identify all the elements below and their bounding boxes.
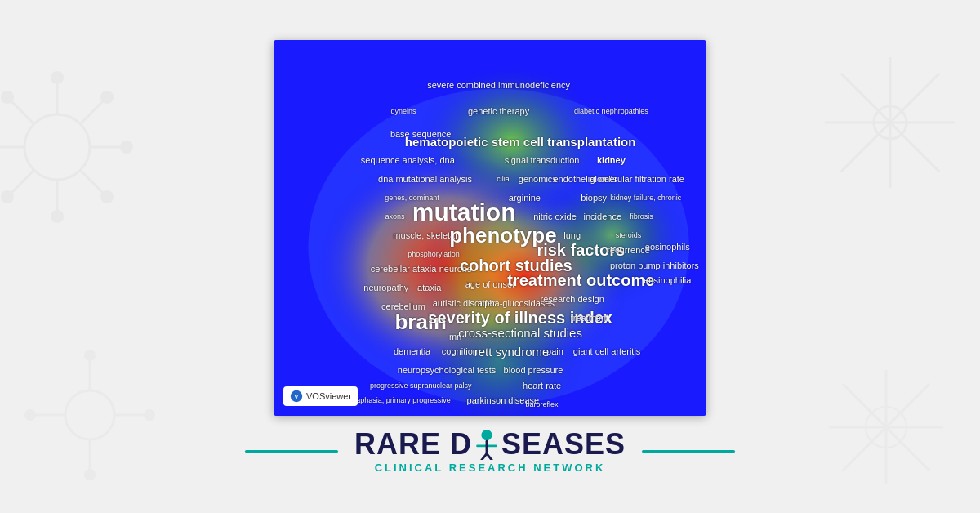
svg-point-21: [874, 106, 906, 139]
word-label: baroreflex: [526, 400, 559, 408]
vos-label: VOSviewer: [306, 391, 351, 401]
word-label: eosinophils: [645, 242, 690, 252]
word-label: giant cell arteritis: [573, 346, 641, 356]
word-label: sequence analysis, dna: [361, 155, 455, 165]
word-label: incidence: [584, 212, 621, 221]
branding-section: RARE D SEASES: [245, 429, 735, 474]
brand-title-part1: RARE D: [354, 430, 472, 459]
word-label: proton pump inhibitors: [610, 261, 699, 270]
word-label: dyneins: [390, 107, 416, 115]
word-label: dna mutational analysis: [378, 174, 472, 184]
word-label: cilia: [497, 175, 510, 183]
svg-point-12: [100, 91, 114, 104]
svg-line-49: [487, 453, 493, 460]
word-label: genetic therapy: [468, 106, 529, 116]
word-label: biopsy: [581, 193, 607, 203]
word-label: eosinophilia: [644, 275, 691, 285]
svg-point-30: [144, 409, 155, 421]
svg-line-11: [80, 101, 103, 124]
word-label: kidney: [597, 155, 626, 165]
word-label: ataxia: [417, 283, 441, 292]
vos-badge: V VOSviewer: [283, 386, 358, 406]
brand-line-right: [642, 450, 735, 453]
brand-line-left: [245, 450, 338, 453]
word-label: cross-sectional studies: [458, 326, 582, 340]
svg-point-8: [120, 141, 133, 154]
svg-point-22: [65, 390, 114, 439]
svg-point-4: [51, 210, 64, 223]
word-label: axons: [385, 212, 404, 221]
svg-line-9: [11, 101, 34, 124]
word-label: severe combined immunodeficiency: [427, 80, 570, 90]
person-icon: [474, 429, 500, 460]
word-label: glomerular filtration rate: [590, 174, 684, 184]
svg-point-10: [1, 91, 14, 104]
svg-point-16: [100, 190, 114, 203]
word-label: muscle, skeletal: [393, 230, 457, 240]
word-label: kidney failure, chronic: [610, 194, 681, 202]
word-label: heart rate: [523, 381, 561, 390]
vos-icon: V: [290, 390, 303, 403]
svg-line-33: [843, 384, 929, 471]
svg-line-19: [841, 74, 939, 172]
word-label: lung: [564, 230, 581, 240]
person-svg: [474, 429, 500, 460]
vosviewer-visualization: severe combined immunodeficiencydyneinsg…: [274, 40, 706, 416]
svg-text:V: V: [295, 393, 299, 400]
word-label: research design: [541, 294, 604, 304]
word-label: hematopoietic stem cell transplantation: [405, 134, 636, 148]
word-label: progressive supranuclear palsy: [370, 381, 472, 390]
word-label: dementia: [394, 346, 430, 356]
word-label: neuropathy: [363, 283, 408, 292]
word-label: steroids: [616, 231, 642, 239]
svg-point-2: [51, 71, 64, 84]
svg-point-14: [1, 190, 14, 203]
word-cloud: severe combined immunodeficiencydyneinsg…: [274, 40, 706, 416]
word-label: signal transduction: [505, 155, 580, 165]
word-label: fibrosis: [630, 212, 653, 221]
svg-line-20: [841, 74, 939, 172]
word-label: cognition: [442, 346, 478, 356]
svg-point-45: [481, 429, 492, 439]
brand-title-part2: SEASES: [501, 430, 626, 459]
content-wrapper: severe combined immunodeficiencydyneinsg…: [245, 40, 735, 474]
svg-point-35: [866, 407, 906, 448]
word-label: nitric oxide: [533, 212, 577, 221]
word-label: aphasia, primary progressive: [356, 396, 451, 404]
brand-text-container: RARE D SEASES: [338, 429, 642, 474]
brand-subtitle: CLINICAL RESEARCH NETWORK: [375, 462, 606, 474]
word-label: treatment: [571, 313, 608, 323]
word-label: diabetic nephropathies: [574, 107, 648, 115]
svg-point-0: [24, 114, 90, 180]
brand-title: RARE D SEASES: [354, 429, 626, 460]
svg-line-48: [480, 453, 487, 460]
word-label: recurrence: [607, 245, 650, 255]
svg-point-29: [24, 409, 36, 421]
svg-point-28: [84, 469, 96, 480]
svg-line-13: [11, 170, 34, 193]
word-label: pain: [546, 346, 564, 356]
word-label: cerebellar ataxia: [371, 264, 437, 274]
word-label: blood pressure: [504, 365, 564, 375]
word-label: genomics: [519, 174, 557, 184]
word-label: rett syndrome: [474, 345, 550, 359]
svg-line-34: [843, 384, 929, 471]
word-label: treatment outcome: [507, 270, 654, 289]
word-label: neuropsychological tests: [398, 365, 496, 375]
word-label: phosphorylation: [408, 250, 460, 258]
svg-line-15: [80, 170, 103, 193]
svg-point-27: [84, 350, 96, 361]
